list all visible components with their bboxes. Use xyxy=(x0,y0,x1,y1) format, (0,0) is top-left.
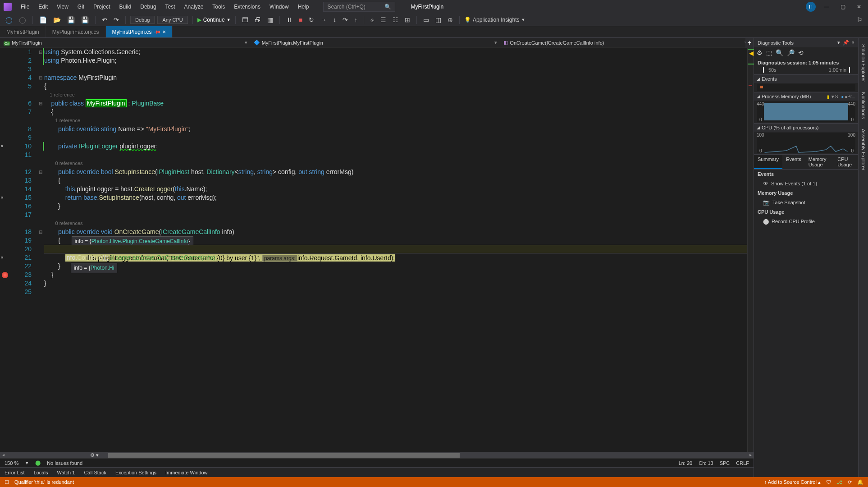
diag-time-ruler[interactable]: 50s 1:00min xyxy=(754,67,858,74)
line-indicator[interactable]: Ln: 20 xyxy=(679,460,693,466)
live-share-icon[interactable]: ⚐ xyxy=(855,15,864,24)
app-insights-button[interactable]: 💡 Application Insights ▼ xyxy=(464,17,525,23)
tab-assembly-explorer[interactable]: Assembly Explorer xyxy=(860,124,867,175)
take-snapshot-link[interactable]: 📷Take Snapshot xyxy=(754,198,858,207)
breakpoint-margin[interactable]: ∘ ∘ ∘ xyxy=(0,48,11,452)
menu-extensions[interactable]: Extensions xyxy=(230,2,264,12)
scroll-right-icon[interactable]: ▸ xyxy=(747,452,754,459)
tab-notifications[interactable]: Notifications xyxy=(860,87,867,124)
status-sync-icon[interactable]: ⟳ xyxy=(848,479,852,485)
pin-icon[interactable]: 📌 xyxy=(843,40,849,46)
add-source-control-button[interactable]: ↑ Add to Source Control ▴ xyxy=(764,479,821,485)
tab-locals[interactable]: Locals xyxy=(29,469,53,477)
tb-icon-5[interactable]: ▭ xyxy=(421,15,431,24)
status-git-icon[interactable]: ⎇ xyxy=(836,479,842,485)
menu-project[interactable]: Project xyxy=(90,2,114,12)
menu-tools[interactable]: Tools xyxy=(209,2,228,12)
zoom-in-icon[interactable]: 🔍 xyxy=(776,49,783,56)
scrollbar-thumb[interactable] xyxy=(108,453,460,458)
menu-debug[interactable]: Debug xyxy=(137,2,160,12)
tab-call-stack[interactable]: Call Stack xyxy=(79,469,111,477)
tb-icon-1[interactable]: ⟐ xyxy=(369,15,376,24)
events-track[interactable] xyxy=(757,84,855,91)
new-project-icon[interactable]: 📄 xyxy=(37,15,49,24)
tab-myfirstplugin[interactable]: MyFirstPlugin xyxy=(0,26,46,37)
tb-icon-4[interactable]: ⊞ xyxy=(403,15,412,24)
restart-button[interactable]: ↻ xyxy=(307,15,316,24)
save-all-icon[interactable]: 💾 xyxy=(79,15,91,24)
chevron-down-icon[interactable]: ▾ xyxy=(837,40,840,46)
memory-chart[interactable]: 440 440 0 0 xyxy=(757,101,855,122)
diag-tab-memory[interactable]: Memory Usage xyxy=(805,155,834,169)
show-next-statement-button[interactable]: → xyxy=(319,15,329,24)
tb-icon-7[interactable]: ⊕ xyxy=(446,15,455,24)
diag-tab-summary[interactable]: Summary xyxy=(754,155,782,169)
pin-icon[interactable]: 📌 xyxy=(153,28,160,35)
nav-project-combo[interactable]: MyFirstPlugin xyxy=(4,40,238,46)
platform-dropdown[interactable]: Any CPU xyxy=(157,16,187,24)
tb-icon-6[interactable]: ◫ xyxy=(434,15,443,24)
options-dropdown[interactable]: ⚙ ▾ xyxy=(90,452,99,458)
tab-error-list[interactable]: Error List xyxy=(0,469,29,477)
maximize-button[interactable]: ▢ xyxy=(837,4,848,10)
redo-button[interactable]: ↷ xyxy=(112,15,121,24)
menu-build[interactable]: Build xyxy=(116,2,135,12)
config-dropdown[interactable]: Debug xyxy=(130,16,155,24)
nav-class-combo[interactable]: 🔷 MyFirstPlugin.MyFirstPlugin xyxy=(254,40,489,46)
step-over-button[interactable]: ↷ xyxy=(341,15,350,24)
nav-back-button[interactable]: ◯ xyxy=(4,15,14,24)
menu-window[interactable]: Window xyxy=(266,2,292,12)
tab-watch1[interactable]: Watch 1 xyxy=(52,469,79,477)
reset-zoom-icon[interactable]: ⟲ xyxy=(798,49,804,56)
tab-immediate-window[interactable]: Immediate Window xyxy=(161,469,212,477)
undo-button[interactable]: ↶ xyxy=(100,15,109,24)
breakpoint-icon[interactable] xyxy=(2,272,8,278)
diag-memory-header[interactable]: ◢Process Memory (MB) ▮▼S ●●Pr... xyxy=(754,92,858,101)
diag-cpu-header[interactable]: ◢CPU (% of all processors) xyxy=(754,124,858,132)
hot-reload-icon[interactable]: 🗗 xyxy=(253,15,263,24)
show-events-link[interactable]: 👁Show Events (1 of 1) xyxy=(754,179,858,188)
search-input[interactable]: Search (Ctrl+Q) 🔍 xyxy=(323,2,395,12)
continue-button[interactable]: ▶ Continue ▼ xyxy=(197,17,231,23)
close-icon[interactable]: × xyxy=(852,40,854,46)
menu-file[interactable]: File xyxy=(17,2,33,12)
tab-mypluginfactory[interactable]: MyPluginFactory.cs xyxy=(46,26,106,37)
close-button[interactable]: ✕ xyxy=(854,4,864,10)
menu-git[interactable]: Git xyxy=(74,2,88,12)
stop-button[interactable]: ■ xyxy=(297,15,304,24)
lineending-indicator[interactable]: CRLF xyxy=(736,460,749,466)
scroll-map[interactable] xyxy=(747,48,754,452)
diag-tab-events[interactable]: Events xyxy=(782,155,805,169)
zoom-out-icon[interactable]: 🔎 xyxy=(787,49,795,56)
tab-myfirstplugin-cs[interactable]: MyFirstPlugin.cs 📌 × xyxy=(106,26,173,37)
scroll-left-icon[interactable]: ◂ xyxy=(0,452,6,459)
menu-edit[interactable]: Edit xyxy=(35,2,51,12)
save-icon[interactable]: 💾 xyxy=(65,15,77,24)
minimize-button[interactable]: — xyxy=(821,4,832,10)
chevron-down-icon[interactable]: ▼ xyxy=(25,461,29,465)
pause-button[interactable]: ⏸ xyxy=(284,15,294,24)
step-out-button[interactable]: ↑ xyxy=(352,15,359,24)
char-indicator[interactable]: Ch: 13 xyxy=(699,460,713,466)
tab-solution-explorer[interactable]: Solution Explorer xyxy=(860,40,867,87)
diag-tab-cpu[interactable]: CPU Usage xyxy=(834,155,858,169)
issues-found[interactable]: No issues found xyxy=(47,460,82,466)
status-bell-icon[interactable]: 🔔 xyxy=(857,479,863,485)
menu-view[interactable]: View xyxy=(53,2,72,12)
menu-test[interactable]: Test xyxy=(162,2,179,12)
outlining-margin[interactable]: ⊟ ⊟ ⊟ ⊟ ⊟ xyxy=(37,48,44,452)
status-admin-icon[interactable]: 🛡 xyxy=(826,479,831,485)
diag-events-header[interactable]: ◢Events xyxy=(754,75,858,83)
tab-exception-settings[interactable]: Exception Settings xyxy=(111,469,161,477)
record-cpu-link[interactable]: ⬤Record CPU Profile xyxy=(754,216,858,226)
tb-icon-2[interactable]: ☰ xyxy=(379,15,388,24)
nav-forward-button[interactable]: ◯ xyxy=(17,15,28,24)
nav-member-combo[interactable]: ◧ OnCreateGame(ICreateGameCallInfo info) xyxy=(503,40,738,46)
indent-indicator[interactable]: SPC xyxy=(720,460,730,466)
step-into-button[interactable]: ↓ xyxy=(331,15,338,24)
zoom-level[interactable]: 150 % xyxy=(5,460,18,466)
select-tools-icon[interactable]: ⬚ xyxy=(766,49,772,56)
nav-add-button[interactable]: + xyxy=(745,38,754,48)
open-icon[interactable]: 📂 xyxy=(51,15,63,24)
debug-target-icon[interactable]: 🗔 xyxy=(240,15,250,24)
